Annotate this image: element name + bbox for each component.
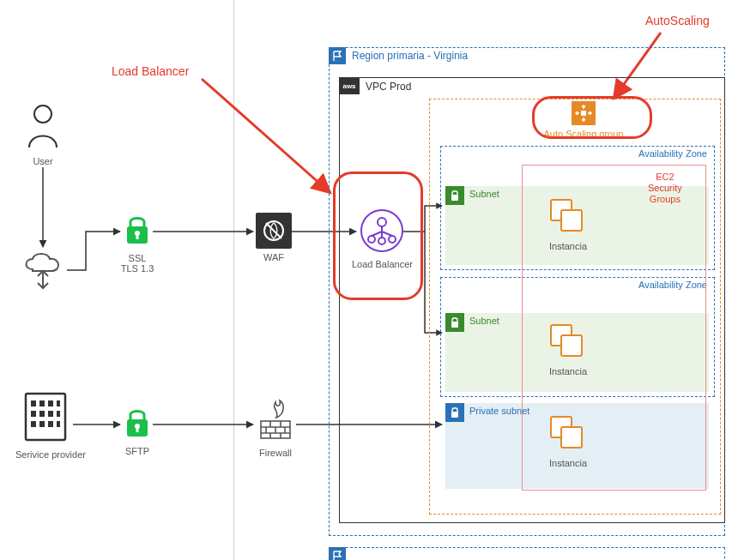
instance2-label: Instancia <box>549 366 587 376</box>
svg-rect-13 <box>39 400 45 406</box>
svg-point-9 <box>34 105 51 123</box>
svg-rect-15 <box>57 400 60 406</box>
waf-node: WAF <box>254 213 293 262</box>
instance1-label: Instancia <box>549 241 587 251</box>
load-balancer-icon <box>360 208 404 253</box>
load-balancer-node: Load Balancer <box>352 208 412 269</box>
cloud-internet <box>19 249 67 294</box>
vpc-title: VPC Prod <box>366 81 411 93</box>
svg-rect-16 <box>31 411 36 417</box>
instance3-label: Instancia <box>549 458 587 468</box>
vertical-divider <box>233 0 234 560</box>
svg-rect-23 <box>57 421 60 427</box>
svg-rect-21 <box>39 421 45 427</box>
ec2-instance-icon <box>550 199 586 235</box>
svg-rect-48 <box>451 195 458 201</box>
firewall-node: Firewall <box>254 399 297 458</box>
autoscaling-group-header: Auto Scaling group <box>536 101 631 139</box>
lock-icon <box>122 406 153 440</box>
ec2-instance-icon <box>550 416 586 452</box>
svg-rect-29 <box>136 427 139 432</box>
user-icon <box>26 103 60 150</box>
cloud-icon <box>19 249 67 292</box>
aws-logo-icon: aws <box>339 77 360 94</box>
ssl-label-1: SSL <box>120 253 154 263</box>
ssl-label-2: TLS 1.3 <box>120 263 154 274</box>
sftp-label: SFTP <box>120 446 154 456</box>
svg-rect-50 <box>451 412 458 418</box>
svg-rect-12 <box>31 400 36 406</box>
svg-rect-14 <box>48 400 53 406</box>
svg-rect-22 <box>48 421 53 427</box>
private-subnet-label: Private subnet <box>469 406 529 416</box>
load-balancer-label: Load Balancer <box>352 259 412 269</box>
asg-label: Auto Scaling group <box>536 129 631 139</box>
svg-rect-18 <box>48 411 53 417</box>
service-provider-label: Serivice provider <box>15 449 76 460</box>
subnet-lock-icon <box>445 186 464 205</box>
annotation-load-balancer: Load Balancer <box>112 64 189 78</box>
subnet2-label: Subnet <box>469 316 499 326</box>
waf-label: WAF <box>254 252 293 262</box>
waf-icon <box>256 213 292 249</box>
instance-1: Instancia <box>549 199 587 251</box>
sftp-node: SFTP <box>120 406 154 456</box>
svg-point-47 <box>389 236 396 243</box>
az2-title: Availability Zone <box>638 280 707 290</box>
az1-title: Availability Zone <box>638 148 707 159</box>
svg-rect-49 <box>451 322 458 328</box>
subnet-lock-icon <box>445 403 464 422</box>
lock-icon <box>122 213 153 247</box>
firewall-icon <box>256 399 295 442</box>
svg-point-44 <box>378 218 386 226</box>
architecture-diagram: Load Balancer AutoScaling User <box>0 0 732 560</box>
ssl-node: SSL TLS 1.3 <box>120 213 154 274</box>
firewall-label: Firewall <box>254 448 297 458</box>
instance-3: Instancia <box>549 416 587 468</box>
svg-rect-17 <box>39 411 45 417</box>
svg-rect-42 <box>581 111 586 116</box>
region-title: Region primaria - Virginia <box>352 50 468 62</box>
ec2-instance-icon <box>550 324 586 360</box>
svg-rect-19 <box>57 411 60 417</box>
user-actor: User <box>24 103 62 166</box>
security-groups-label: EC2 Security Groups <box>648 172 682 206</box>
region-flag-icon <box>329 547 346 560</box>
svg-rect-20 <box>31 421 36 427</box>
region-flag-icon <box>329 47 346 64</box>
svg-rect-26 <box>136 234 139 239</box>
subnet-lock-icon <box>445 313 464 332</box>
service-provider-actor: Serivice provider <box>15 390 76 460</box>
user-label: User <box>24 156 62 166</box>
region-secondary-box <box>329 547 725 560</box>
svg-point-45 <box>368 236 375 243</box>
annotation-autoscaling: AutoScaling <box>645 14 710 27</box>
autoscaling-icon <box>572 101 596 125</box>
svg-point-46 <box>378 238 385 244</box>
svg-line-7 <box>202 79 330 193</box>
instance-2: Instancia <box>549 324 587 376</box>
svg-line-31 <box>266 223 281 238</box>
subnet1-label: Subnet <box>469 189 499 199</box>
building-icon <box>22 390 69 443</box>
